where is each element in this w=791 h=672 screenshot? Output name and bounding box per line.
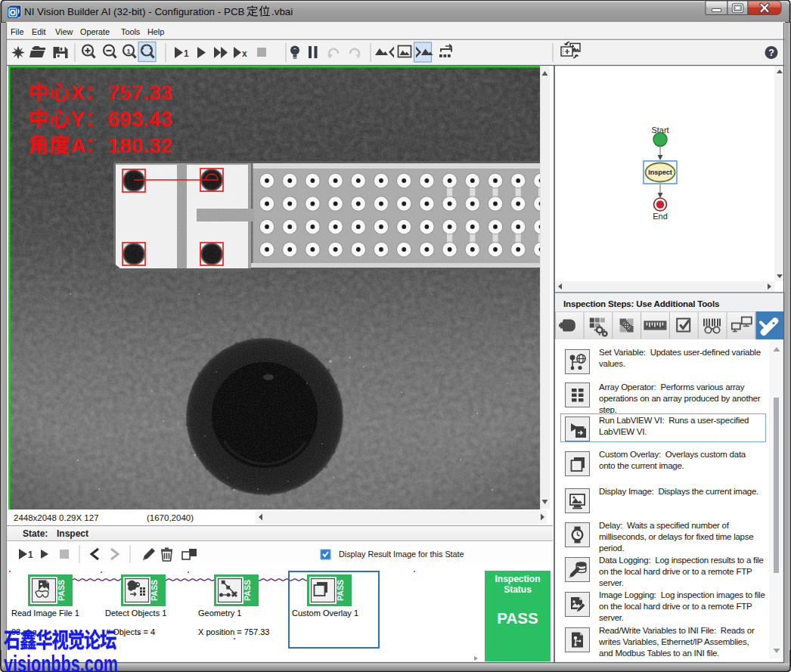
svg-text:End: End [653, 212, 668, 221]
svg-text:1: 1 [127, 48, 131, 55]
svg-text:Read Image File 1: Read Image File 1 [11, 609, 79, 618]
svg-text:PASS: PASS [150, 580, 159, 601]
svg-text:PASS: PASS [336, 580, 345, 601]
svg-text:1: 1 [28, 550, 33, 560]
svg-text:Geometry 1: Geometry 1 [198, 609, 241, 618]
svg-text:1: 1 [184, 48, 189, 59]
svg-text:?: ? [768, 48, 774, 58]
svg-text:visionbbs.com: visionbbs.com [4, 651, 118, 672]
svg-text:.vbai: .vbai [271, 6, 293, 17]
svg-text:NI Vision Builder AI (32-bit): NI Vision Builder AI (32-bit) - Configur… [24, 6, 245, 17]
svg-text:Custom Overlay 1: Custom Overlay 1 [292, 609, 358, 618]
svg-text:Y: Y [70, 107, 85, 131]
svg-text:PASS: PASS [243, 580, 252, 601]
svg-text:Detect Objects 1: Detect Objects 1 [105, 609, 166, 618]
svg-text:x: x [242, 48, 247, 59]
svg-text:Inspect: Inspect [648, 169, 672, 176]
svg-text:693.43: 693.43 [107, 107, 172, 131]
svg-text:180.32: 180.32 [107, 134, 172, 157]
svg-text:A: A [70, 134, 85, 157]
svg-text:757.33: 757.33 [107, 81, 172, 104]
svg-text:X: X [70, 81, 85, 104]
svg-text:PASS: PASS [57, 580, 66, 601]
svg-text:PASS: PASS [497, 609, 538, 627]
